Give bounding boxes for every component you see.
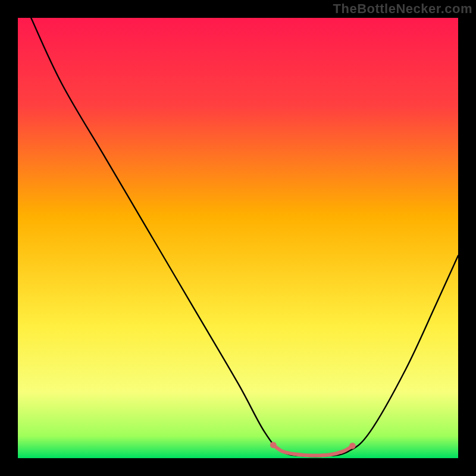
plot-area <box>18 18 458 458</box>
sweet-spot-endpoint-left <box>270 441 277 448</box>
gradient-background <box>18 18 458 458</box>
watermark-text: TheBottleNecker.com <box>333 1 472 17</box>
chart-frame: TheBottleNecker.com <box>0 0 476 476</box>
sweet-spot-endpoint-right <box>349 443 356 449</box>
chart-svg <box>18 18 458 458</box>
